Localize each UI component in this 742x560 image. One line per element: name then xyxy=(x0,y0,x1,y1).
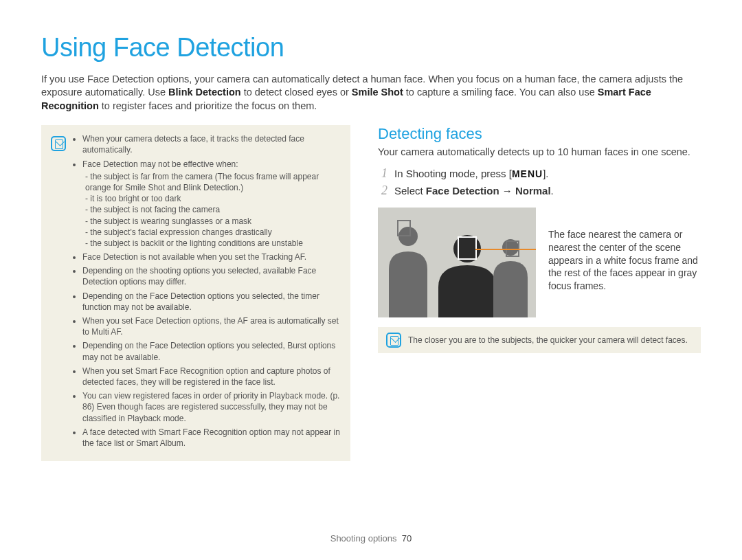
footer-section: Shooting options xyxy=(330,533,397,544)
menu-key: MENU xyxy=(512,168,543,179)
page-title: Using Face Detection xyxy=(41,33,701,63)
step2-bold: Face Detection → Normal xyxy=(426,185,551,197)
notes-list: When your camera detects a face, it trac… xyxy=(73,133,341,449)
list-item: You can view registered faces in order o… xyxy=(82,390,341,424)
step2-post: . xyxy=(551,185,554,197)
note-icon xyxy=(51,136,66,151)
section-desc: Your camera automatically detects up to … xyxy=(378,146,701,159)
list-item: When you set Face Detection options, the… xyxy=(82,315,341,337)
tip-panel: The closer you are to the subjects, the … xyxy=(378,327,701,353)
list-item: the subject's facial expression changes … xyxy=(85,227,341,238)
page-footer: Shooting options 70 xyxy=(0,533,742,544)
notes-panel: When your camera detects a face, it trac… xyxy=(41,125,350,461)
step-text: Select Face Detection → Normal. xyxy=(394,185,554,197)
intro-paragraph: If you use Face Detection options, your … xyxy=(41,73,701,113)
list-item: A face detected with Smart Face Recognit… xyxy=(82,427,341,449)
intro-text-e: to register faces and prioritize the foc… xyxy=(99,100,317,111)
list-item: the subject is not facing the camera xyxy=(85,204,341,215)
intro-text-c: to detect closed eyes or xyxy=(241,87,352,98)
list-item: the subject is backlit or the lighting c… xyxy=(85,238,341,249)
list-item: the subject is far from the camera (The … xyxy=(85,171,341,193)
intro-text-d: to capture a smiling face. You can also … xyxy=(403,87,598,98)
section-heading: Detecting faces xyxy=(378,125,701,143)
list-item: it is too bright or too dark xyxy=(85,193,341,204)
list-item: Face Detection is not available when you… xyxy=(82,251,341,262)
step-number: 2 xyxy=(378,183,387,198)
step2-pre: Select xyxy=(394,185,426,197)
list-item: Depending on the Face Detection options … xyxy=(82,340,341,362)
step1-pre: In Shooting mode, press [ xyxy=(394,168,512,179)
figure-caption: The face nearest the camera or nearest t… xyxy=(548,208,701,293)
list-item: Depending on the Face Detection options … xyxy=(82,291,341,313)
list-item: When your camera detects a face, it trac… xyxy=(82,133,341,155)
tip-text: The closer you are to the subjects, the … xyxy=(408,335,688,346)
intro-bold-blink: Blink Detection xyxy=(168,87,241,98)
steps: 1 In Shooting mode, press [MENU]. 2 Sele… xyxy=(378,166,701,198)
step-text: In Shooting mode, press [MENU]. xyxy=(394,168,549,179)
footer-page-number: 70 xyxy=(402,533,412,544)
illustration-face-detection xyxy=(378,208,536,317)
intro-bold-smile: Smile Shot xyxy=(352,87,403,98)
list-item: Depending on the shooting options you se… xyxy=(82,265,341,287)
list-item: When you set Smart Face Recognition opti… xyxy=(82,366,341,388)
step1-post: ]. xyxy=(543,168,548,179)
list-item: Face Detection may not be effective when… xyxy=(82,159,341,249)
list-item-lead: Face Detection may not be effective when… xyxy=(82,159,238,169)
step-number: 1 xyxy=(378,166,387,181)
note-icon xyxy=(386,333,401,348)
list-item: the subject is wearing sunglasses or a m… xyxy=(85,216,341,227)
